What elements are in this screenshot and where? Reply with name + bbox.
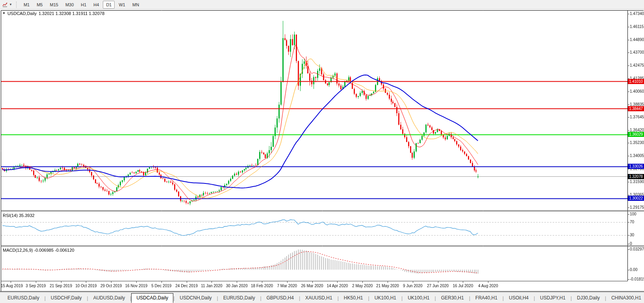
symbol-tab-gbpusd-h4[interactable]: GBPUSD,H4 (262, 293, 299, 303)
timeframe-button-h1[interactable]: H1 (78, 1, 89, 9)
symbol-tabbar: EURUSD,Daily|USDCHF,Daily|AUDUSD,Daily|U… (0, 292, 644, 303)
symbol-tab-hk50-h1[interactable]: HK50,H1 (339, 293, 368, 303)
timeframe-button-m30[interactable]: M30 (62, 1, 77, 9)
timeframe-button-w1[interactable]: W1 (115, 1, 128, 9)
price-chart-canvas[interactable] (0, 9, 644, 292)
symbol-tab-usdchf-daily[interactable]: USDCHF,Daily (46, 293, 87, 303)
timeframe-button-m5[interactable]: M5 (33, 1, 46, 9)
chevron-down-icon[interactable]: ▼ (9, 3, 12, 6)
symbol-tab-usdcnh-daily[interactable]: USDCNH,Daily (174, 293, 217, 303)
symbol-tab-usoil-h4[interactable]: USOil,H4 (504, 293, 534, 303)
symbol-tab-usdjpy-h1[interactable]: USDJPY,H1 (535, 293, 570, 303)
symbol-tab-china300-h1[interactable]: CHINA300,H1 (606, 293, 644, 303)
trading-app-window: ▼ M1M5M15M30H1H4D1W1MN ▼ USDCAD,Daily 1.… (0, 0, 644, 303)
timeframe-button-d1[interactable]: D1 (103, 1, 115, 9)
symbol-tabs: EURUSD,Daily|USDCHF,Daily|AUDUSD,Daily|U… (2, 293, 644, 303)
symbol-tab-fra40-h1[interactable]: FRA40,H1 (470, 293, 503, 303)
timeframe-toolbar: ▼ M1M5M15M30H1H4D1W1MN (0, 0, 644, 9)
symbol-tab-uk100-h1[interactable]: UK100,H1 (369, 293, 401, 303)
timeframe-button-h4[interactable]: H4 (90, 1, 102, 9)
toolbar-separator (16, 2, 19, 8)
symbol-tab-dj30-daily[interactable]: DJ30,Daily (572, 293, 605, 303)
chart-cursor-icon[interactable] (2, 1, 9, 8)
chart-region: ▼ USDCAD,Daily 1.32021 1.32308 1.31911 1… (0, 9, 644, 292)
symbol-tab-ger30-h1[interactable]: GER30,H1 (436, 293, 469, 303)
symbol-tab-eurusd-daily[interactable]: EURUSD,Daily (218, 293, 260, 303)
timeframe-button-m1[interactable]: M1 (20, 1, 33, 9)
symbol-tab-xauusd-h1[interactable]: XAUUSD,H1 (300, 293, 338, 303)
symbol-tab-usdcad-daily[interactable]: USDCAD,Daily (131, 293, 173, 303)
timeframe-button-m15[interactable]: M15 (46, 1, 61, 9)
symbol-tab-uk100-h1[interactable]: UK100,H1 (403, 293, 434, 303)
timeframe-buttons: M1M5M15M30H1H4D1W1MN (20, 1, 143, 9)
symbol-tab-audusd-daily[interactable]: AUDUSD,Daily (88, 293, 130, 303)
timeframe-button-mn[interactable]: MN (129, 1, 142, 9)
symbol-tab-eurusd-daily[interactable]: EURUSD,Daily (2, 293, 45, 303)
